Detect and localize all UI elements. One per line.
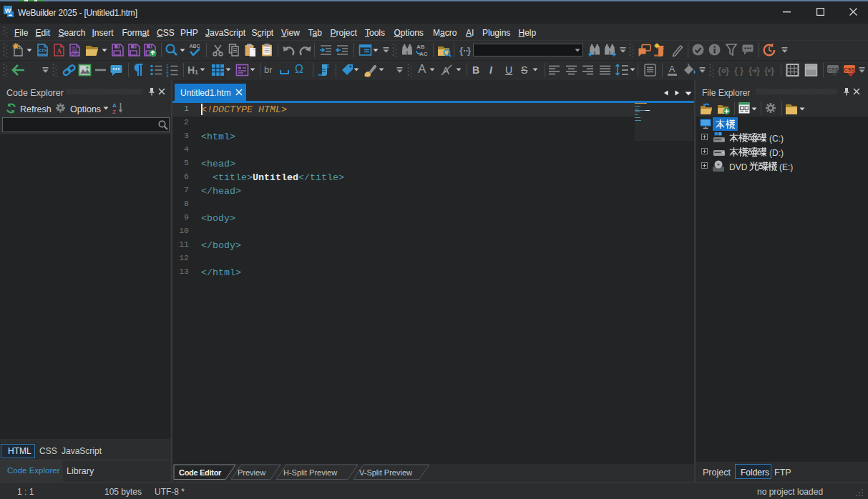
svg-text:ABC: ABC: [189, 44, 200, 49]
svg-text:}: }: [467, 45, 471, 56]
svg-text:}: }: [740, 65, 743, 76]
svg-text:}: }: [756, 65, 760, 76]
svg-text:}: }: [726, 65, 729, 76]
svg-text:A: A: [57, 47, 62, 55]
svg-text:PHP: PHP: [71, 52, 79, 56]
svg-text:{: {: [459, 45, 463, 56]
svg-text:AB: AB: [416, 44, 425, 50]
svg-text:W: W: [5, 7, 11, 14]
svg-text:</>: </>: [39, 47, 47, 54]
svg-text:{: {: [748, 65, 752, 76]
svg-text:AC: AC: [419, 51, 428, 57]
svg-text:Z: Z: [112, 109, 116, 114]
svg-text:{: {: [734, 65, 738, 76]
svg-text:}: }: [771, 65, 774, 76]
svg-text:3: 3: [166, 73, 169, 78]
svg-text:A: A: [669, 64, 676, 74]
svg-text:{: {: [764, 65, 768, 76]
svg-text:{: {: [718, 65, 721, 76]
